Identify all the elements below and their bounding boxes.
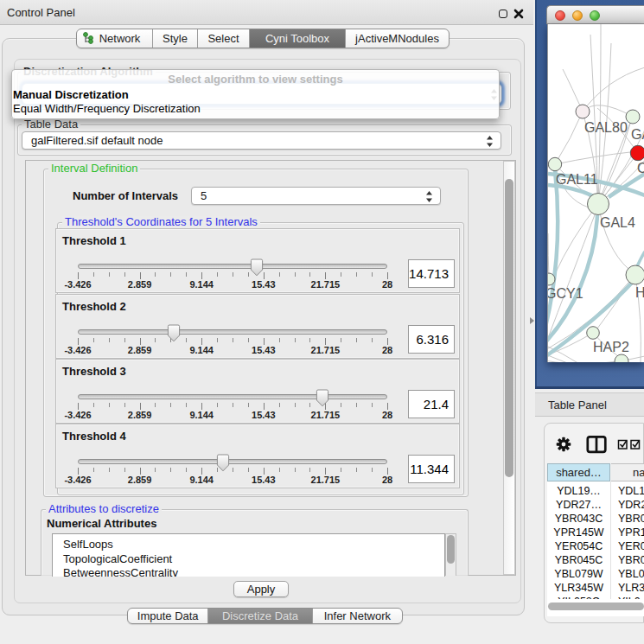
svg-text:GAL11: GAL11 bbox=[556, 172, 598, 187]
svg-text:HAP2: HAP2 bbox=[593, 340, 629, 354]
svg-text:GAL4: GAL4 bbox=[600, 215, 635, 230]
svg-text:GAL80: GAL80 bbox=[584, 120, 628, 135]
svg-text:GCY1: GCY1 bbox=[548, 286, 583, 301]
svg-text:HA: HA bbox=[635, 285, 644, 300]
svg-text:C: C bbox=[637, 161, 644, 175]
svg-text:GA: GA bbox=[631, 127, 644, 142]
